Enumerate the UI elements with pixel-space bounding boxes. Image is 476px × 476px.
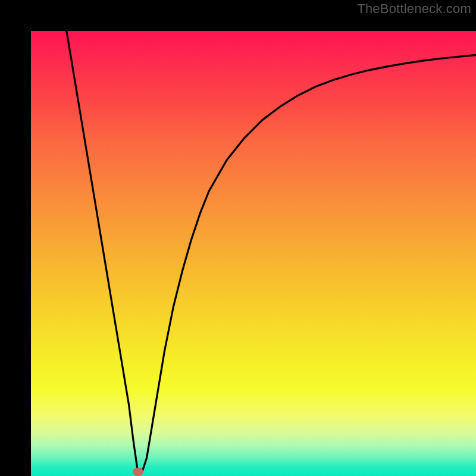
minimum-marker — [133, 468, 143, 476]
chart-frame — [0, 0, 476, 476]
watermark: TheBottleneck.com — [357, 1, 471, 17]
bottleneck-curve — [67, 31, 476, 472]
curve-svg — [31, 31, 476, 476]
plot-area — [31, 31, 476, 476]
